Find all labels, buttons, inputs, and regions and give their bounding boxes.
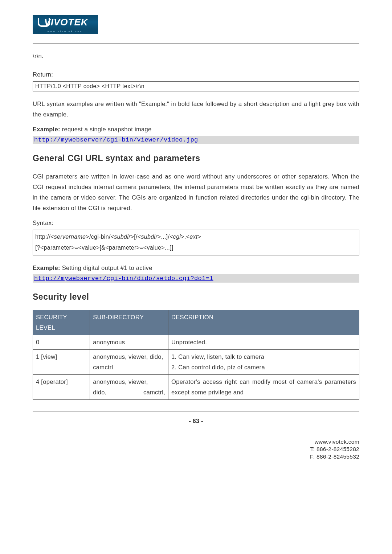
cell-subdir: anonymous: [90, 335, 168, 350]
th-sub-directory: SUB-DIRECTORY: [90, 310, 168, 335]
footer-tel: T: 886-2-82455282: [33, 446, 359, 453]
logo-tagline: www.vivotek.com: [33, 29, 98, 34]
heading-general-cgi: General CGI URL syntax and parameters: [33, 153, 359, 163]
syntax-line1: http://<servername>/cgi-bin/<subdir>[/<s…: [35, 231, 357, 242]
header-logo: VIVOTEK www.vivotek.com: [33, 15, 359, 34]
example2-box: http://mywebserver/cgi-bin/dido/setdo.cg…: [33, 274, 359, 283]
vivotek-logo: VIVOTEK www.vivotek.com: [33, 15, 98, 34]
example1-link[interactable]: http://mywebserver/cgi-bin/viewer/video.…: [34, 136, 198, 143]
table-row: 4 [operator] anonymous, viewer, dido,cam…: [33, 374, 359, 399]
syntax-line2: [?<parameter>=<value>[&<parameter>=<valu…: [35, 242, 357, 253]
rn-text: \r\n.: [33, 51, 359, 61]
example1-box: http://mywebserver/cgi-bin/viewer/video.…: [33, 136, 359, 144]
example2-label: Example:: [33, 264, 60, 271]
page-number: - 63 -: [33, 418, 359, 424]
cell-level: 0: [33, 335, 90, 350]
th-description: DESCRIPTION: [168, 310, 359, 335]
syntax-box: http://<servername>/cgi-bin/<subdir>[/<s…: [33, 230, 359, 255]
example1-text: request a single snapshot image: [60, 126, 152, 132]
heading-security-level: Security level: [33, 292, 359, 302]
cell-subdir: anonymous, viewer, dido, camctrl: [90, 350, 168, 375]
footer-contact: www.vivotek.com T: 886-2-82455282 F: 886…: [33, 438, 359, 461]
example1-line: Example: request a single snapshot image: [33, 124, 359, 135]
cell-desc: Unprotected.: [168, 335, 359, 350]
table-row: 1 [view] anonymous, viewer, dido, camctr…: [33, 350, 359, 375]
return-label: Return:: [33, 69, 359, 80]
footer-url: www.vivotek.com: [33, 438, 359, 446]
cell-desc: 1. Can view, listen, talk to camera 2. C…: [168, 350, 359, 375]
general-cgi-para: CGI parameters are written in lower-case…: [33, 171, 359, 213]
table-row: 0 anonymous Unprotected.: [33, 335, 359, 350]
example2-text: Setting digital output #1 to active: [60, 264, 152, 271]
example2-line: Example: Setting digital output #1 to ac…: [33, 263, 359, 273]
return-box: HTTP/1.0 <HTTP code> <HTTP text>\r\n: [33, 81, 359, 91]
cell-level: 4 [operator]: [33, 374, 90, 399]
cell-level: 1 [view]: [33, 350, 90, 375]
syntax-label: Syntax:: [33, 218, 359, 228]
header-divider: [33, 44, 359, 44]
cell-subdir: anonymous, viewer, dido,camctrl,: [90, 374, 168, 399]
footer-divider: [33, 411, 359, 411]
cell-desc: Operator's access right can modify most …: [168, 374, 359, 399]
table-header-row: SECURITY LEVEL SUB-DIRECTORY DESCRIPTION: [33, 310, 359, 335]
syntax-example-desc: URL syntax examples are written with "Ex…: [33, 99, 359, 120]
example2-link[interactable]: http://mywebserver/cgi-bin/dido/setdo.cg…: [34, 275, 213, 282]
th-security-level: SECURITY LEVEL: [33, 310, 90, 335]
security-level-table: SECURITY LEVEL SUB-DIRECTORY DESCRIPTION…: [33, 310, 359, 399]
logo-brand-text: VIVOTEK: [36, 15, 96, 29]
example1-label: Example:: [33, 126, 60, 132]
footer-fax: F: 886-2-82455532: [33, 453, 359, 461]
